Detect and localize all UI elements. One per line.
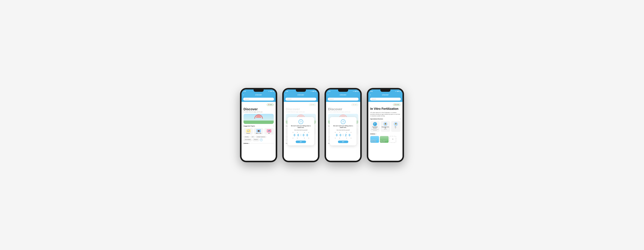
search-input[interactable]: Search (243, 98, 274, 100)
back-button[interactable]: ‹ (243, 93, 244, 96)
articles-section-header: Articles › (370, 133, 400, 135)
add-article-button[interactable]: + (390, 136, 396, 143)
down-arrow-m2[interactable]: ∨ (350, 137, 352, 139)
doctor-name-0: Find All-Star Doctors (371, 127, 379, 129)
app-header: ‹ clover (368, 93, 402, 97)
doctor-avatar-2: 👨‍⚕️ (394, 122, 398, 126)
down-arrow-h2[interactable]: ∨ (338, 137, 341, 139)
back-button[interactable]: ‹ (328, 93, 328, 96)
topic-card-1[interactable]: 💼 Work + Life (254, 128, 263, 135)
tag-4[interactable]: Distance (252, 139, 259, 141)
timer-down-arrows: ∨ ∨ ∨ ∨ (334, 137, 352, 139)
up-arrow-h2[interactable]: ∧ (338, 132, 341, 133)
up-arrow-m1[interactable]: ∧ (303, 132, 306, 133)
articles-thumbs: Everything You Need to Know About In Vit… (370, 136, 400, 143)
timer-display: ⏰ 20:00 (393, 103, 400, 106)
notch (380, 89, 390, 92)
suggested-topics-label: Suggested Topics (244, 125, 255, 127)
up-arrow-m1[interactable]: ∧ (345, 132, 348, 133)
up-arrow-h1[interactable]: ∧ (292, 132, 294, 133)
timer-message: We don't want you falling down a rabbit … (290, 125, 312, 129)
search-input[interactable]: Search (328, 98, 358, 100)
wifi-icon: WiFi (312, 91, 315, 92)
battery-icon: ▮ (400, 91, 400, 92)
wifi-icon: WiFi (270, 91, 272, 92)
add-tag-button[interactable]: + (260, 139, 263, 141)
doctor-sub-1: OBGYn (384, 129, 387, 130)
search-bar: Search (242, 97, 276, 102)
digit-h2: 0 (297, 134, 300, 137)
back-button[interactable]: ‹ (286, 93, 286, 96)
battery-icon: ▮ (273, 91, 274, 92)
timer-down-arrows: ∨ ∨ ∨ ∨ (292, 137, 310, 139)
article-thumb-1[interactable]: Tips + Tricks on Finding the... (380, 136, 388, 143)
timer-digits: 0 0 : 0 0 (293, 134, 309, 137)
timer-message: We don't want you falling down a rabbit … (332, 125, 354, 129)
status-icons: ▪▪▪ WiFi ▮ (353, 91, 358, 92)
doctor-card-2[interactable]: 👨‍⚕️ Be... M... (391, 121, 400, 132)
topic-card-2[interactable]: 🧬 IVF (264, 128, 274, 135)
doctors-arrow[interactable]: › (400, 118, 400, 120)
tag-2[interactable]: Fertility Treatment (256, 136, 266, 138)
tag-0[interactable]: Infertility (244, 136, 250, 138)
search-input[interactable]: Search (370, 98, 401, 100)
timer-controls: ∧ ∧ ∧ ∧ 0 0 : 2 0 (332, 132, 354, 139)
up-arrow-h2[interactable]: ∧ (296, 132, 299, 133)
signal-icon: ▪▪▪ (353, 91, 354, 92)
notch (254, 89, 264, 92)
search-bar: Search (326, 97, 360, 102)
articles-label: Articles (244, 143, 248, 144)
down-arrow-h1[interactable]: ∨ (292, 137, 294, 139)
down-arrow-m1[interactable]: ∨ (345, 137, 348, 139)
articles-arrow[interactable]: › (249, 143, 250, 144)
topics-row: 💬 Convo+ 💼 Work + Life 🧬 IVF (244, 128, 274, 135)
scene: 9:41 ▪▪▪ WiFi ▮ ‹ clover Search ⏰ SET Di… (234, 78, 410, 172)
ground-decoration (244, 120, 274, 124)
timer-set-button[interactable]: SET (338, 141, 348, 143)
search-input[interactable]: Search (286, 98, 316, 100)
app-header: ‹ clover (242, 93, 276, 97)
status-icons: ▪▪▪ WiFi ▮ (395, 91, 400, 92)
doctor-card-1[interactable]: 👩‍⚕️ Marguerite Scott, MD OBGYn (381, 121, 390, 132)
tag-3[interactable]: Social Media (244, 139, 252, 141)
down-arrow-m1[interactable]: ∨ (303, 137, 306, 139)
article-title: In Vitro Fertilization (370, 107, 400, 111)
status-time: 9:41 (328, 91, 330, 92)
battery-icon: ▮ (315, 91, 316, 92)
timer-set-button[interactable]: SET (296, 141, 306, 143)
up-arrow-m2[interactable]: ∧ (307, 132, 310, 133)
timer-colon: : (343, 133, 344, 137)
tag-1[interactable]: IVF (250, 136, 255, 138)
down-arrow-h1[interactable]: ∨ (334, 137, 337, 139)
specialized-doctors-label: Specialized Doctors (370, 118, 383, 120)
digit-m1: 2 (344, 134, 347, 137)
timer-up-arrows: ∧ ∧ ∧ ∧ (334, 132, 352, 133)
up-arrow-m2[interactable]: ∧ (350, 132, 352, 133)
digit-h1: 0 (335, 134, 338, 137)
discover-title-block: Discover A curated discover page, just f… (244, 107, 274, 112)
app-header: ‹ clover (284, 93, 318, 97)
battery-icon: ▮ (358, 91, 358, 92)
down-arrow-h2[interactable]: ∨ (296, 137, 299, 139)
topic-card-0[interactable]: 💬 Convo+ (244, 128, 253, 135)
articles-bar: Articles › (244, 143, 274, 144)
timer-up-arrows: ∧ ∧ ∧ ∧ (292, 132, 310, 133)
app-title: clover (382, 93, 389, 96)
set-button[interactable]: ⏰ SET (267, 103, 274, 106)
digit-m2: 0 (348, 134, 351, 137)
articles-arrow[interactable]: › (376, 133, 376, 135)
article-body: IVF, which stands for In Vitro Fertiliza… (370, 112, 400, 117)
status-time: 9:41 (244, 91, 246, 92)
down-arrow-m2[interactable]: ∨ (307, 137, 310, 139)
article-thumb-0[interactable]: Everything You Need to Know About In Vit… (370, 136, 379, 143)
doctor-card-0[interactable]: 🔍 Find All-Star Doctors Get the best car… (370, 121, 380, 132)
up-arrow-h1[interactable]: ∧ (334, 132, 337, 133)
timer-overlay: ⏱ We don't want you falling down a rabbi… (284, 102, 318, 161)
timer-clock-icon: ⏱ (298, 119, 303, 124)
signal-icon: ▪▪▪ (310, 91, 312, 92)
timer-value: 20:00 (396, 104, 399, 105)
topics-arrow[interactable]: › (273, 125, 274, 127)
back-button[interactable]: ‹ (370, 93, 371, 96)
specialized-doctors-header: Specialized Doctors › (370, 118, 400, 120)
digit-m1: 0 (302, 134, 305, 137)
